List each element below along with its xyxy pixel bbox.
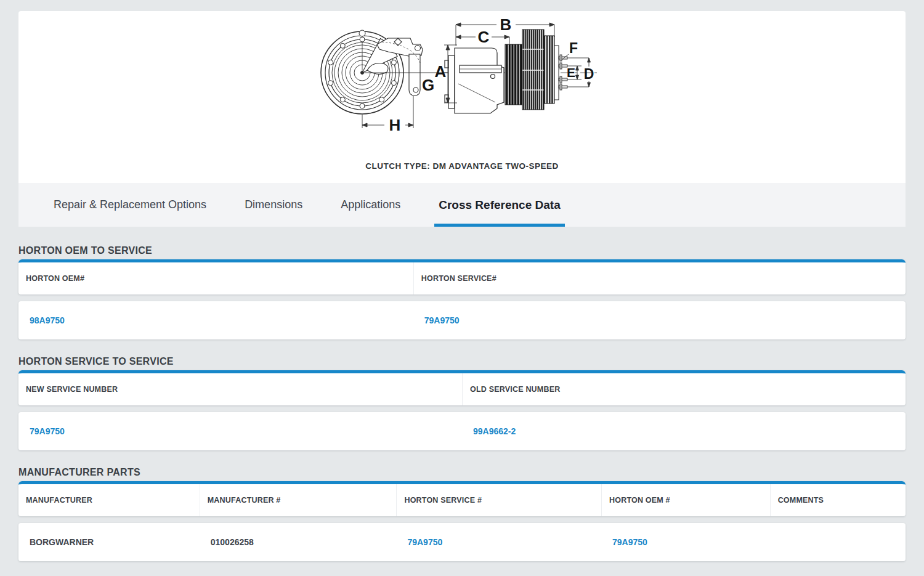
column-header: MANUFACTURER bbox=[18, 484, 200, 516]
tab-bar: Repair & Replacement Options Dimensions … bbox=[18, 183, 906, 227]
manufacturer-parts-header-row: MANUFACTURER MANUFACTURER # HORTON SERVI… bbox=[18, 481, 906, 516]
dim-label-a: A bbox=[435, 62, 447, 81]
column-header: HORTON SERVICE # bbox=[396, 484, 601, 516]
column-header: HORTON OEM# bbox=[18, 262, 413, 294]
column-header: HORTON OEM # bbox=[601, 484, 770, 516]
dim-label-f: F bbox=[569, 40, 578, 56]
dim-label-b: B bbox=[500, 15, 512, 34]
dim-label-g: G bbox=[422, 76, 434, 94]
tab-repair-replacement-options[interactable]: Repair & Replacement Options bbox=[49, 183, 211, 227]
column-header: MANUFACTURER # bbox=[200, 484, 397, 516]
section-title-horton-service-to-service: HORTON SERVICE TO SERVICE bbox=[18, 356, 906, 367]
tab-dimensions[interactable]: Dimensions bbox=[240, 183, 307, 227]
tab-applications[interactable]: Applications bbox=[336, 183, 405, 227]
clutch-technical-drawing: A B C D E F G H bbox=[18, 11, 906, 159]
table-row: 79A9750 99A9662-2 bbox=[18, 412, 906, 450]
horton-service-to-service-header-row: NEW SERVICE NUMBER OLD SERVICE NUMBER bbox=[18, 370, 906, 405]
table-row: 98A9750 79A9750 bbox=[18, 301, 906, 339]
dim-label-h: H bbox=[389, 116, 401, 134]
part-number-link[interactable]: 79A9750 bbox=[18, 426, 462, 436]
part-number-link[interactable]: 79A9750 bbox=[413, 315, 906, 325]
manufacturer-number-cell: 010026258 bbox=[200, 537, 397, 547]
dim-label-d: D bbox=[584, 66, 594, 82]
column-header: OLD SERVICE NUMBER bbox=[462, 373, 906, 405]
part-number-link[interactable]: 79A9750 bbox=[396, 537, 601, 547]
manufacturer-cell: BORGWARNER bbox=[18, 537, 200, 547]
horton-oem-to-service-header-row: HORTON OEM# HORTON SERVICE# bbox=[18, 259, 906, 294]
section-title-horton-oem-to-service: HORTON OEM TO SERVICE bbox=[18, 245, 906, 256]
column-header: NEW SERVICE NUMBER bbox=[18, 373, 462, 405]
dim-label-e: E bbox=[567, 65, 575, 79]
part-number-link[interactable]: 99A9662-2 bbox=[462, 426, 906, 436]
tab-cross-reference-data[interactable]: Cross Reference Data bbox=[434, 183, 564, 227]
dim-label-c: C bbox=[478, 28, 490, 46]
clutch-type-caption: CLUTCH TYPE: DM ADVANTAGE TWO-SPEED bbox=[18, 159, 906, 183]
column-header: HORTON SERVICE# bbox=[413, 262, 906, 294]
part-number-link[interactable]: 79A9750 bbox=[601, 537, 770, 547]
column-header: COMMENTS bbox=[770, 484, 906, 516]
table-row: BORGWARNER 010026258 79A9750 79A9750 bbox=[18, 523, 906, 561]
section-title-manufacturer-parts: MANUFACTURER PARTS bbox=[18, 467, 906, 478]
product-diagram-card: A B C D E F G H CLUTCH TYPE: DM ADVANTAG… bbox=[18, 11, 906, 183]
part-number-link[interactable]: 98A9750 bbox=[18, 315, 413, 325]
page: A B C D E F G H CLUTCH TYPE: DM ADVANTAG… bbox=[0, 0, 924, 561]
